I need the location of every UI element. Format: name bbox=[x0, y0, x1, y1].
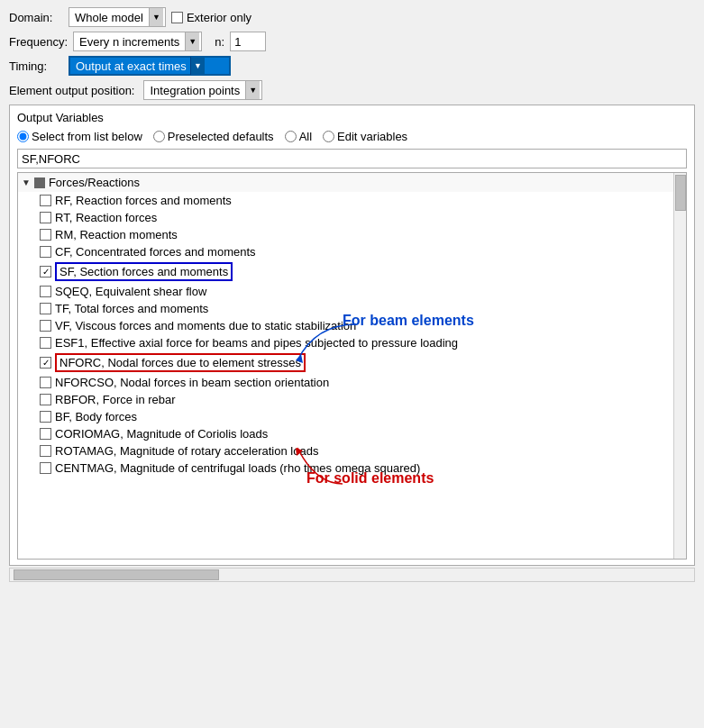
coriomag-checkbox[interactable] bbox=[40, 428, 51, 440]
sqeq-label: SQEQ, Equivalent shear flow bbox=[55, 285, 206, 298]
coriomag-label: CORIOMAG, Magnitude of Coriolis loads bbox=[55, 427, 268, 441]
timing-label: Timing: bbox=[9, 59, 63, 73]
rt-label: RT, Reaction forces bbox=[55, 211, 157, 224]
centmag-label: CENTMAG, Magnitude of centrifugal loads … bbox=[55, 461, 420, 475]
element-output-dropdown-arrow[interactable]: ▼ bbox=[245, 81, 260, 99]
frequency-value: Every n increments bbox=[76, 35, 183, 49]
nforcso-label: NFORCSO, Nodal forces in beam section or… bbox=[55, 376, 329, 389]
rbfor-label: RBFOR, Force in rebar bbox=[55, 393, 176, 406]
sf-checkbox[interactable]: ✓ bbox=[40, 266, 51, 278]
tree-expand-icon[interactable]: ▼ bbox=[22, 177, 31, 187]
timing-select[interactable]: Output at exact times ▼ bbox=[69, 56, 231, 76]
vf-label: VF, Viscous forces and moments due to st… bbox=[55, 319, 356, 332]
tf-checkbox[interactable] bbox=[40, 303, 51, 314]
list-item: RM, Reaction moments bbox=[18, 226, 686, 243]
cf-checkbox[interactable] bbox=[40, 246, 51, 258]
nforc-label: NFORC, Nodal forces due to element stres… bbox=[55, 353, 306, 372]
list-item: SQEQ, Equivalent shear flow bbox=[18, 283, 686, 300]
radio-edit-variables[interactable]: Edit variables bbox=[323, 130, 407, 143]
sf-label: SF, Section forces and moments bbox=[55, 262, 233, 281]
list-item: BF, Body forces bbox=[18, 408, 686, 425]
radio-preselected-label: Preselected defaults bbox=[168, 130, 274, 143]
radio-edit-variables-label: Edit variables bbox=[337, 130, 407, 143]
list-item: VF, Viscous forces and moments due to st… bbox=[18, 317, 686, 334]
centmag-checkbox[interactable] bbox=[40, 462, 51, 474]
radio-preselected[interactable]: Preselected defaults bbox=[153, 130, 274, 143]
tree-container[interactable]: ▼ Forces/Reactions RF, Reaction forces a… bbox=[17, 172, 687, 560]
output-variables-title: Output Variables bbox=[17, 111, 687, 124]
domain-select[interactable]: Whole model ▼ bbox=[69, 7, 166, 27]
bf-label: BF, Body forces bbox=[55, 410, 137, 423]
exterior-only-label: Exterior only bbox=[187, 11, 251, 24]
rotamag-checkbox[interactable] bbox=[40, 445, 51, 457]
list-item: CF, Concentrated forces and moments bbox=[18, 243, 686, 260]
radio-all-label: All bbox=[299, 130, 312, 143]
bf-checkbox[interactable] bbox=[40, 411, 51, 423]
list-item: NFORCSO, Nodal forces in beam section or… bbox=[18, 374, 686, 391]
element-output-select[interactable]: Integration points ▼ bbox=[143, 80, 262, 100]
list-item: ✓ NFORC, Nodal forces due to element str… bbox=[18, 351, 686, 374]
tf-label: TF, Total forces and moments bbox=[55, 302, 208, 315]
list-item: ESF1, Effective axial force for beams an… bbox=[18, 334, 686, 351]
nforc-checkbox[interactable]: ✓ bbox=[40, 357, 51, 369]
rt-checkbox[interactable] bbox=[40, 212, 51, 223]
horizontal-scrollbar[interactable] bbox=[9, 568, 695, 582]
list-item: CENTMAG, Magnitude of centrifugal loads … bbox=[18, 460, 686, 477]
list-item: CORIOMAG, Magnitude of Coriolis loads bbox=[18, 425, 686, 442]
list-item: RF, Reaction forces and moments bbox=[18, 192, 686, 209]
list-item: RT, Reaction forces bbox=[18, 209, 686, 226]
list-item: RBFOR, Force in rebar bbox=[18, 391, 686, 408]
nforcso-checkbox[interactable] bbox=[40, 377, 51, 388]
exterior-only-checkbox[interactable] bbox=[171, 12, 183, 23]
n-input[interactable] bbox=[230, 32, 266, 51]
filter-input[interactable] bbox=[17, 149, 687, 168]
n-label: n: bbox=[215, 35, 224, 49]
scrollbar-thumb-vertical[interactable] bbox=[675, 175, 686, 211]
list-item: TF, Total forces and moments bbox=[18, 300, 686, 317]
cf-label: CF, Concentrated forces and moments bbox=[55, 245, 256, 259]
list-item: ✓ SF, Section forces and moments bbox=[18, 260, 686, 283]
rbfor-checkbox[interactable] bbox=[40, 394, 51, 405]
tree-header-label: Forces/Reactions bbox=[49, 176, 140, 189]
domain-value: Whole model bbox=[71, 11, 147, 24]
radio-all[interactable]: All bbox=[285, 130, 312, 143]
radio-select-from-list-input[interactable] bbox=[17, 131, 29, 142]
radio-select-from-list-label: Select from list below bbox=[32, 130, 142, 143]
radio-edit-variables-input[interactable] bbox=[323, 131, 334, 142]
esf1-checkbox[interactable] bbox=[40, 337, 51, 349]
timing-value: Output at exact times bbox=[76, 59, 187, 73]
output-variables-section: Output Variables Select from list below … bbox=[9, 105, 695, 566]
vf-checkbox[interactable] bbox=[40, 320, 51, 332]
domain-dropdown-arrow[interactable]: ▼ bbox=[149, 8, 163, 26]
rf-checkbox[interactable] bbox=[40, 195, 51, 206]
scrollbar-thumb-horizontal[interactable] bbox=[14, 569, 219, 580]
domain-label: Domain: bbox=[9, 11, 63, 24]
tree-header: ▼ Forces/Reactions bbox=[18, 173, 686, 192]
vertical-scrollbar[interactable] bbox=[673, 173, 686, 559]
radio-select-from-list[interactable]: Select from list below bbox=[17, 130, 142, 143]
radio-preselected-input[interactable] bbox=[153, 131, 165, 142]
radio-row: Select from list below Preselected defau… bbox=[17, 130, 687, 143]
timing-dropdown-arrow[interactable]: ▼ bbox=[190, 57, 205, 75]
element-output-label: Element output position: bbox=[9, 84, 134, 97]
exterior-only-container: Exterior only bbox=[171, 11, 251, 24]
frequency-label: Frequency: bbox=[9, 35, 68, 49]
sqeq-checkbox[interactable] bbox=[40, 286, 51, 297]
frequency-dropdown-arrow[interactable]: ▼ bbox=[185, 32, 199, 50]
frequency-select[interactable]: Every n increments ▼ bbox=[73, 32, 202, 51]
element-output-value: Integration points bbox=[146, 84, 243, 97]
tree-header-icon bbox=[34, 177, 45, 188]
esf1-label: ESF1, Effective axial force for beams an… bbox=[55, 336, 458, 350]
rm-label: RM, Reaction moments bbox=[55, 228, 178, 241]
radio-all-input[interactable] bbox=[285, 131, 297, 142]
rm-checkbox[interactable] bbox=[40, 229, 51, 241]
rotamag-label: ROTAMAG, Magnitude of rotary acceleratio… bbox=[55, 444, 318, 458]
list-item: ROTAMAG, Magnitude of rotary acceleratio… bbox=[18, 442, 686, 460]
rf-label: RF, Reaction forces and moments bbox=[55, 194, 232, 207]
